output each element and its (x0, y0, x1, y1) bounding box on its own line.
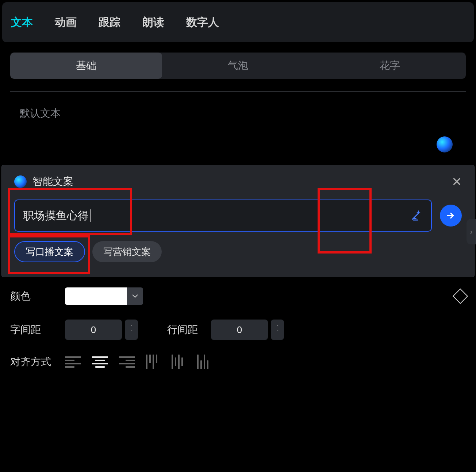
sub-tab-row: 基础 气泡 花字 (10, 53, 466, 79)
tab-text[interactable]: 文本 (11, 15, 33, 30)
ai-orb-button[interactable] (437, 136, 453, 152)
prompt-input[interactable]: 职场摸鱼心得 (14, 200, 432, 232)
chevron-up-icon: ˄ (130, 325, 133, 330)
prompt-input-value: 职场摸鱼心得 (23, 208, 89, 223)
color-label: 颜色 (10, 289, 65, 303)
divider (10, 91, 466, 92)
tab-track[interactable]: 跟踪 (99, 15, 120, 30)
line-spacing-stepper[interactable]: ˄ ˅ (271, 320, 284, 340)
chip-voice-copy[interactable]: 写口播文案 (14, 241, 85, 262)
close-icon[interactable]: ✕ (452, 175, 462, 188)
chevron-up-icon: ˄ (276, 325, 279, 330)
tab-digital-human[interactable]: 数字人 (186, 15, 219, 30)
align-center-button[interactable] (92, 355, 108, 369)
chevron-down-icon (132, 294, 138, 298)
smart-copy-popup: 智能文案 ✕ 职场摸鱼心得 写口播文案 写营销文案 (1, 165, 475, 277)
tab-animation[interactable]: 动画 (55, 15, 77, 30)
subtab-fancy[interactable]: 花字 (314, 53, 466, 79)
subtab-basic[interactable]: 基础 (10, 53, 162, 79)
magic-wand-icon[interactable] (411, 209, 423, 223)
align-left-button[interactable] (65, 355, 81, 369)
color-dropdown[interactable] (127, 287, 143, 305)
text-input-area[interactable]: 默认文本 (10, 98, 466, 160)
popup-title: 智能文案 (32, 175, 73, 189)
chevron-down-icon: ˅ (276, 330, 279, 335)
valign-middle-button[interactable] (172, 355, 186, 369)
letter-spacing-stepper[interactable]: ˄ ˅ (125, 320, 138, 340)
letter-spacing-label: 字间距 (10, 323, 65, 337)
keyframe-diamond-icon[interactable] (453, 289, 468, 304)
line-spacing-input[interactable]: 0 (211, 320, 268, 340)
letter-spacing-input[interactable]: 0 (65, 320, 122, 340)
color-row: 颜色 (10, 287, 466, 305)
valign-top-button[interactable] (146, 355, 161, 369)
ai-orb-icon (14, 175, 27, 188)
chip-marketing-copy[interactable]: 写营销文案 (92, 241, 162, 262)
color-swatch[interactable] (65, 287, 127, 305)
submit-arrow-button[interactable] (440, 205, 462, 227)
spacing-row: 字间距 0 ˄ ˅ 行间距 0 ˄ ˅ (10, 320, 466, 340)
panel-collapse-handle[interactable]: › (467, 219, 476, 244)
align-right-button[interactable] (119, 355, 135, 369)
text-placeholder: 默认文本 (20, 107, 456, 120)
align-label: 对齐方式 (10, 355, 65, 369)
valign-bottom-button[interactable] (197, 355, 212, 369)
chevron-down-icon: ˅ (130, 330, 133, 335)
text-cursor (90, 209, 91, 222)
align-row: 对齐方式 (10, 355, 466, 369)
top-tab-bar: 文本 动画 跟踪 朗读 数字人 (2, 2, 474, 42)
subtab-bubble[interactable]: 气泡 (162, 53, 314, 79)
tab-read[interactable]: 朗读 (142, 15, 164, 30)
line-spacing-label: 行间距 (167, 323, 211, 337)
